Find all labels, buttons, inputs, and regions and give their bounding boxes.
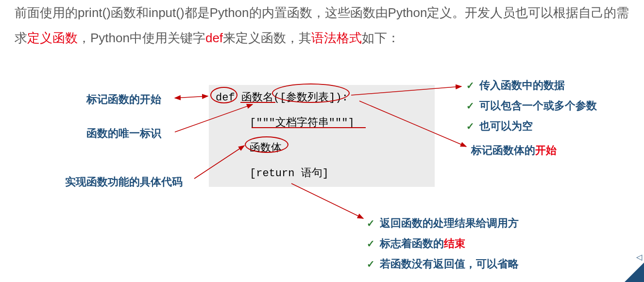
intro-def-kw: def (205, 31, 223, 45)
underline-funcname (240, 102, 275, 103)
code-line-return: [return 语句] (250, 166, 329, 180)
ellipse-body (245, 136, 288, 153)
label-return2-pre: 标志着函数的 (380, 236, 444, 251)
code-return: [return 语句] (250, 167, 329, 180)
label-mark-start: 标记函数的开始 (86, 92, 161, 107)
label-return2-red: 结束 (444, 236, 465, 251)
ellipse-params (272, 83, 350, 103)
label-return1: 返回函数的处理结果给调用方 (380, 216, 519, 231)
svg-line-7 (291, 183, 363, 218)
intro-part3: 来定义函数，其 (223, 31, 311, 45)
corner-triangle-decoration (625, 263, 644, 282)
underline-docstring (252, 127, 366, 128)
intro-part4: 如下： (362, 31, 400, 45)
intro-paragraph: 前面使用的print()函数和input()都是Python的内置函数，这些函数… (15, 0, 629, 50)
label-body-start-pre: 标记函数体的 (471, 144, 535, 156)
intro-syntax: 语法格式 (311, 31, 362, 45)
corner-arrow-icon: ◁ (636, 252, 642, 262)
label-body-start: 标记函数体的开始 (471, 143, 557, 158)
check-icon: ✓ (367, 238, 375, 249)
check-icon: ✓ (466, 100, 475, 112)
label-param3: 也可以为空 (479, 119, 533, 133)
code-funcname: 函数名 (241, 91, 273, 103)
label-body-start-red: 开始 (535, 144, 557, 156)
label-return3: 若函数没有返回值，可以省略 (380, 257, 519, 271)
intro-part2: ，Python中使用关键字 (78, 31, 205, 45)
check-icon: ✓ (367, 217, 375, 229)
label-return-group: ✓返回函数的处理结果给调用方 ✓标志着函数的结束 ✓若函数没有返回值，可以省略 (367, 216, 519, 277)
label-params-group: ✓传入函数中的数据 ✓可以包含一个或多个参数 ✓也可以为空 (466, 78, 597, 139)
label-param1: 传入函数中的数据 (479, 78, 565, 93)
label-impl-code: 实现函数功能的具体代码 (65, 175, 183, 189)
check-icon: ✓ (466, 120, 475, 132)
check-icon: ✓ (466, 80, 475, 91)
ellipse-def (210, 87, 237, 103)
label-unique-id: 函数的唯一标识 (86, 126, 161, 141)
check-icon: ✓ (367, 258, 375, 270)
svg-line-2 (175, 96, 208, 98)
intro-define-func: 定义函数 (27, 31, 78, 45)
label-param2: 可以包含一个或多个参数 (479, 99, 597, 113)
